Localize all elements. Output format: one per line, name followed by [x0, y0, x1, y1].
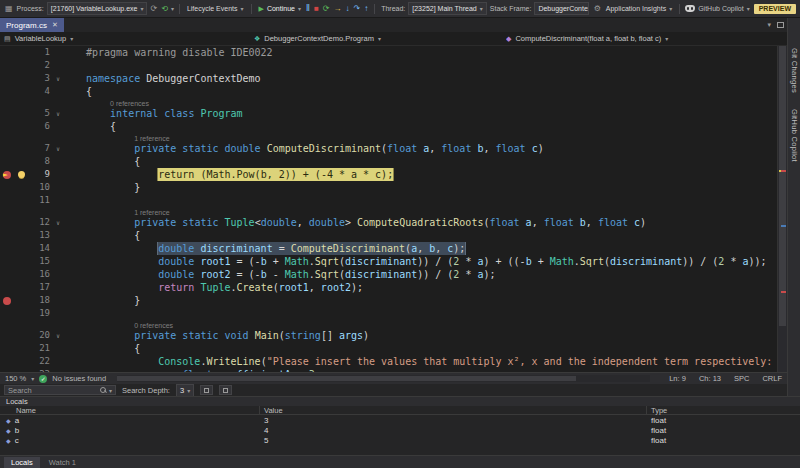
- codelens-references-link[interactable]: 0 references: [134, 322, 173, 329]
- editor-scrollbar[interactable]: [777, 46, 787, 372]
- code-line-13[interactable]: 13 {: [0, 229, 777, 242]
- breakpoint-margin[interactable]: [0, 216, 16, 229]
- code-line-15[interactable]: 15 double root1 = (-b + Math.Sqrt(discri…: [0, 255, 777, 268]
- issues-status[interactable]: No issues found: [52, 374, 106, 383]
- bottom-tab-locals[interactable]: Locals: [4, 457, 40, 468]
- locals-row[interactable]: ◆a3float: [0, 415, 800, 425]
- lifecycle-events-dropdown[interactable]: Lifecycle Events▾: [185, 5, 246, 12]
- hot-reload-icon[interactable]: ⟲: [160, 2, 169, 16]
- locals-row[interactable]: ◆b4float: [0, 425, 800, 435]
- breakpoint-margin[interactable]: [0, 229, 16, 242]
- codelens-references-link[interactable]: 1 reference: [134, 135, 169, 142]
- fold-chevron-icon[interactable]: ∨: [52, 72, 64, 85]
- breakpoint-margin[interactable]: [0, 72, 16, 85]
- breakpoint-margin[interactable]: [0, 181, 16, 194]
- breakpoint-glyph[interactable]: [0, 294, 16, 307]
- side-tab-git-changes[interactable]: Git Changes: [790, 48, 799, 93]
- code-line-12[interactable]: 12∨ private static Tuple<double, double>…: [0, 216, 777, 229]
- breakpoint-margin[interactable]: [0, 255, 16, 268]
- application-insights-dropdown[interactable]: Application Insights▾: [604, 5, 674, 12]
- breakpoint-margin[interactable]: [0, 368, 16, 372]
- horizontal-scrollbar[interactable]: [117, 375, 650, 382]
- locals-row[interactable]: ◆c5float: [0, 435, 800, 445]
- breakpoint-margin[interactable]: [0, 307, 16, 320]
- breakpoint-margin[interactable]: [0, 155, 16, 168]
- restart-icon[interactable]: ⟳: [322, 2, 331, 16]
- fold-chevron-icon[interactable]: ∨: [52, 216, 64, 229]
- code-line-8[interactable]: 8 {: [0, 155, 777, 168]
- code-line-22[interactable]: 22 Console.WriteLine("Please insert the …: [0, 355, 777, 368]
- close-icon[interactable]: ✕: [52, 21, 58, 29]
- chevron-down-icon[interactable]: ▾: [31, 375, 34, 382]
- window-layout-icon[interactable]: [774, 18, 787, 32]
- code-line-7[interactable]: 7∨ private static double ComputeDiscrimi…: [0, 142, 777, 155]
- code-line-1[interactable]: 1#pragma warning disable IDE0022: [0, 46, 777, 59]
- process-dropdown[interactable]: [21760] VariableLookup.exe▾: [47, 2, 148, 15]
- breakpoint-margin[interactable]: [0, 120, 16, 133]
- breakpoint-margin[interactable]: [0, 355, 16, 368]
- code-line-4[interactable]: 4{: [0, 85, 777, 98]
- code-line-16[interactable]: 16 double root2 = (-b - Math.Sqrt(discri…: [0, 268, 777, 281]
- spaces-indicator[interactable]: SPC: [734, 374, 749, 383]
- code-line-6[interactable]: 6 {: [0, 120, 777, 133]
- fold-chevron-icon[interactable]: ∨: [52, 142, 64, 155]
- side-tab-github-copilot[interactable]: GitHub Copilot: [790, 109, 799, 162]
- preview-badge[interactable]: PREVIEW: [754, 4, 796, 14]
- variable-value[interactable]: 4: [260, 426, 647, 435]
- search-input[interactable]: Search▾: [4, 385, 116, 395]
- code-line-2[interactable]: 2: [0, 59, 777, 72]
- fold-chevron-icon[interactable]: ∨: [52, 329, 64, 342]
- variable-value[interactable]: 5: [260, 436, 647, 445]
- search-depth-dropdown[interactable]: 3▾: [176, 384, 194, 397]
- code-line-3[interactable]: 3∨namespace DebuggerContextDemo: [0, 72, 777, 85]
- column-header-type[interactable]: Type: [647, 406, 800, 415]
- breadcrumb-member-dropdown[interactable]: ◆ComputeDiscriminant(float a, float b, f…: [506, 34, 783, 43]
- code-line-18[interactable]: 18 }: [0, 294, 777, 307]
- code-line-20[interactable]: 20∨ private static void Main(string[] ar…: [0, 329, 777, 342]
- zoom-level[interactable]: 150 %: [5, 374, 26, 383]
- locals-title-bar[interactable]: Locals: [0, 396, 800, 406]
- column-header-name[interactable]: Name: [0, 406, 260, 415]
- panel-option-button[interactable]: [200, 385, 213, 395]
- gear-icon[interactable]: ⚙: [593, 2, 602, 16]
- breakpoint-margin[interactable]: [0, 281, 16, 294]
- continue-button[interactable]: ▶Continue▾: [257, 5, 303, 13]
- refresh-icon[interactable]: ⟳: [149, 2, 158, 16]
- panel-option-button[interactable]: [219, 385, 232, 395]
- code-line-19[interactable]: 19: [0, 307, 777, 320]
- breakpoint-margin[interactable]: [0, 85, 16, 98]
- breakpoint-margin[interactable]: [0, 268, 16, 281]
- tab-program-cs[interactable]: Program.cs✕: [0, 18, 64, 32]
- breakpoint-margin[interactable]: [0, 46, 16, 59]
- document-list-dropdown-icon[interactable]: ▾: [764, 18, 774, 32]
- stack-frame-dropdown[interactable]: DebuggerContextDemo.Program.Comput▾: [534, 2, 588, 15]
- show-next-statement-icon[interactable]: →: [332, 2, 342, 16]
- breadcrumb-project-dropdown[interactable]: ▤VariableLookup▾: [4, 34, 254, 43]
- lightbulb-icon[interactable]: [18, 171, 25, 178]
- breakpoint-margin[interactable]: [0, 107, 16, 120]
- breakpoint-margin[interactable]: [0, 59, 16, 72]
- breakpoint-margin[interactable]: [0, 342, 16, 355]
- breakpoint-margin[interactable]: [0, 329, 16, 342]
- github-copilot-icon[interactable]: [685, 5, 695, 12]
- step-out-icon[interactable]: ↑: [363, 2, 369, 16]
- stop-debugging-icon[interactable]: ■: [313, 2, 320, 16]
- code-line-10[interactable]: 10 }: [0, 181, 777, 194]
- breadcrumb-type-dropdown[interactable]: ❖DebuggerContextDemo.Program▾: [254, 34, 506, 43]
- bottom-tab-watch-1[interactable]: Watch 1: [42, 457, 83, 468]
- horizontal-scrollbar-thumb[interactable]: [117, 376, 575, 381]
- variable-value[interactable]: 3: [260, 416, 647, 425]
- current-statement-glyph[interactable]: ►: [0, 168, 16, 181]
- chevron-down-icon[interactable]: ▾: [171, 5, 174, 12]
- fold-chevron-icon[interactable]: ∨: [52, 107, 64, 120]
- code-editor[interactable]: 1#pragma warning disable IDE002223∨names…: [0, 46, 787, 372]
- break-all-icon[interactable]: Ⅱ: [305, 2, 311, 16]
- thread-dropdown[interactable]: [23252] Main Thread▾: [408, 2, 487, 15]
- codelens-references-link[interactable]: 1 reference: [134, 209, 169, 216]
- code-line-9[interactable]: ►9 return (Math.Pow(b, 2)) + (-4 * a * c…: [0, 168, 777, 181]
- step-into-icon[interactable]: ↓: [344, 2, 350, 16]
- breakpoint-margin[interactable]: [0, 194, 16, 207]
- breakpoint-margin[interactable]: [0, 242, 16, 255]
- step-over-icon[interactable]: ↷: [352, 2, 361, 16]
- process-grid-icon[interactable]: ▦: [4, 2, 14, 16]
